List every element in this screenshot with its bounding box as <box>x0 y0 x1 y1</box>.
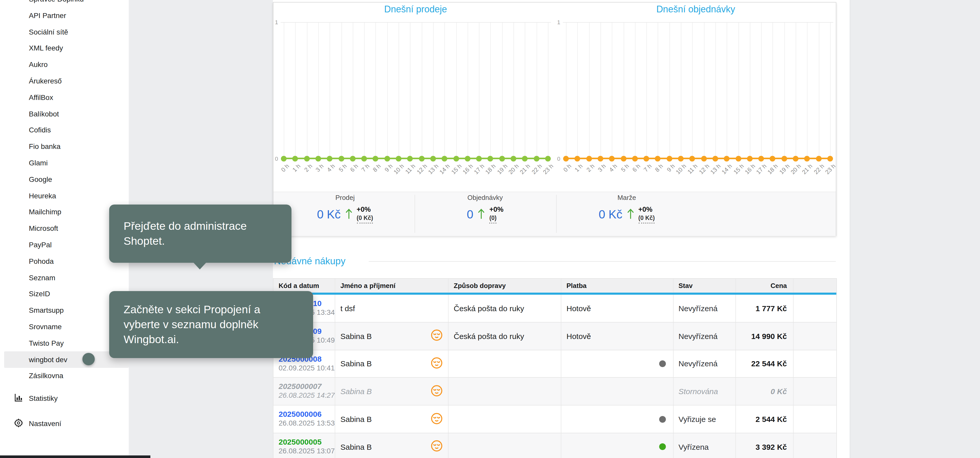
chart-gridline <box>727 22 727 158</box>
payment-status-dot-gray <box>659 416 666 423</box>
payment-cell <box>561 433 673 458</box>
data-point-dot <box>758 156 764 161</box>
customer-mood-icon <box>430 384 443 399</box>
data-point-dot <box>304 156 310 161</box>
data-point-dot <box>620 156 626 161</box>
order-code-link[interactable]: 2025000005 <box>278 433 335 446</box>
data-point-dot <box>770 156 776 161</box>
sales-chart-title: Dnešní prodeje <box>313 4 519 15</box>
chart-gridline <box>784 22 785 158</box>
chart-gridline <box>624 22 624 158</box>
sidebar-item-nastaveni[interactable]: Nastavení <box>14 415 61 432</box>
chart-gridline <box>536 22 537 158</box>
data-point-dot <box>609 156 615 161</box>
data-point-dot <box>632 156 638 161</box>
data-point-dot <box>643 156 649 161</box>
data-point-dot <box>816 156 821 161</box>
order-row-2025000010[interactable]: 2025000010 02.09.2025 13:34 t dsf Česká … <box>274 295 836 322</box>
order-price: 22 544 Kč <box>751 359 787 368</box>
order-code-link[interactable]: 2025000006 <box>278 405 335 418</box>
sidebar-item-glami[interactable]: Glami <box>0 155 129 171</box>
stat-block-prodej: Prodej 0 Kč +0% (0 Kč) <box>278 194 412 223</box>
chart-gridline <box>761 22 762 158</box>
chart-gridline <box>715 22 716 158</box>
chart-gridline <box>692 22 693 158</box>
up-arrow-icon <box>478 208 485 221</box>
sidebar-item-heureka[interactable]: Heureka <box>0 187 129 204</box>
sidebar-item-cofidis[interactable]: Cofidis <box>0 122 129 138</box>
chart-gridline <box>795 22 796 158</box>
series-line <box>566 158 830 159</box>
data-point-dot <box>281 156 286 161</box>
payment-cell: Hotově <box>561 295 673 322</box>
order-status: Vyřízena <box>678 442 709 451</box>
chart-gridline <box>548 22 549 158</box>
shipping-cell: Česká pošta do ruky <box>449 295 561 322</box>
customer-mood-icon <box>430 412 443 426</box>
sidebar-item-api-partner[interactable]: API Partner <box>0 7 129 24</box>
sidebar-item-spr-vce-dopl-k-[interactable]: Správce Doplňků <box>0 0 129 7</box>
chart-gridline <box>773 22 773 158</box>
order-row-2025000009[interactable]: 2025000009 02.09.2025 10:49 Sabina B Čes… <box>274 322 836 350</box>
tour-tooltip-text: Začněte v sekci Propojení a vyberte v se… <box>109 293 313 356</box>
order-date: 26.08.2025 13:53 <box>278 418 335 428</box>
customer-name: Sabina B <box>340 387 372 396</box>
sidebar-item-google[interactable]: Google <box>0 171 129 188</box>
order-row-2025000007[interactable]: 2025000007 26.08.2025 14:27 Sabina B Sto… <box>274 378 836 406</box>
data-point-dot <box>499 156 505 161</box>
bar-chart-icon <box>14 393 23 404</box>
data-point-dot <box>781 156 787 161</box>
order-row-2025000006[interactable]: 2025000006 26.08.2025 13:53 Sabina B Vyř… <box>274 405 836 433</box>
data-point-dot <box>465 156 471 161</box>
sidebar-item-xml-feedy[interactable]: XML feedy <box>0 40 129 56</box>
order-code-link[interactable]: 2025000007 <box>278 378 335 391</box>
data-point-dot <box>804 156 810 161</box>
sidebar-item--rukeres-[interactable]: Árukereső <box>0 73 129 89</box>
order-status-cell: Nevyřízená <box>673 350 736 377</box>
data-point-dot <box>575 156 581 161</box>
customer-name: Sabina B <box>340 415 372 423</box>
stat-label: Prodej <box>278 194 412 201</box>
sidebar-item-fio-banka[interactable]: Fio banka <box>0 138 129 155</box>
customer-name: Sabina B <box>340 359 372 368</box>
chart-gridline <box>819 22 819 158</box>
customer-name-cell: Sabina B <box>335 405 449 433</box>
stat-change-sub: (0 Kč) <box>638 214 655 223</box>
sidebar-item-z-silkovna[interactable]: Zásilkovna <box>0 368 129 384</box>
stat-change: +0% <box>356 206 371 213</box>
data-point-dot <box>419 156 424 161</box>
order-date: 26.08.2025 13:07 <box>278 446 335 455</box>
chart-gridline <box>750 22 750 158</box>
order-status: Vyřizuje se <box>678 415 716 423</box>
order-row-2025000008[interactable]: 2025000008 02.09.2025 10:41 Sabina B Nev… <box>274 350 836 378</box>
order-price: 3 392 Kč <box>756 442 787 451</box>
sidebar-item-statistiky[interactable]: Statistiky <box>14 390 58 407</box>
sidebar-item-aukro[interactable]: Aukro <box>0 56 129 73</box>
chart-gridline <box>433 22 434 158</box>
chart-gridline <box>600 22 601 158</box>
sidebar-item-affilbox[interactable]: AffilBox <box>0 89 129 105</box>
stat-value: 0 Kč <box>599 207 622 222</box>
chart-gridline <box>341 22 342 158</box>
actions-cell <box>794 378 836 405</box>
shipping-method: Česká pošta do ruky <box>454 304 524 313</box>
chart-gridline <box>502 22 503 158</box>
order-status-cell: Nevyřízená <box>673 295 736 322</box>
sidebar-item-bal-kobot[interactable]: Balíkobot <box>0 105 129 122</box>
right-background-panel <box>850 0 980 458</box>
order-status: Nevyřízená <box>678 332 718 340</box>
customer-name: Sabina B <box>340 332 372 340</box>
stat-change-sub: (0 Kč) <box>356 214 373 223</box>
tooltip-tail <box>193 262 207 270</box>
chart-gridline <box>284 22 284 158</box>
sidebar-item-soci-ln-s-t-[interactable]: Sociální sítě <box>0 24 129 40</box>
order-row-2025000005[interactable]: 2025000005 26.08.2025 13:07 Sabina B Vyř… <box>274 433 836 458</box>
column-header-platba: Platba <box>561 279 673 293</box>
tour-tooltip-2: Začněte v sekci Propojení a vyberte v se… <box>109 291 313 358</box>
stat-change-sub: (0) <box>489 214 496 223</box>
sidebar-item-seznam[interactable]: Seznam <box>0 269 129 286</box>
data-point-dot <box>713 156 718 161</box>
order-price: 0 Kč <box>771 387 787 396</box>
chart-gridline <box>387 22 388 158</box>
chart-gridline <box>612 22 612 158</box>
